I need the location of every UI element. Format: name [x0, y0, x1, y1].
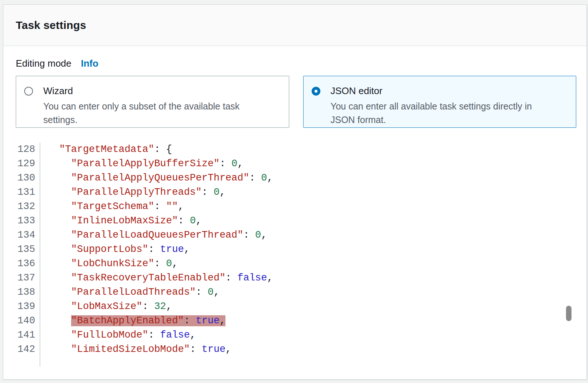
code-line[interactable]: 140 "BatchApplyEnabled": true, [3, 314, 587, 328]
line-content: "ParallelApplyQueuesPerThread": 0, [40, 171, 273, 185]
tile-wizard[interactable]: Wizard You can enter only a subset of th… [16, 76, 289, 128]
json-editor-label: JSON editor [331, 85, 383, 97]
editing-mode-label: Editing mode [16, 58, 71, 69]
line-content: "LobMaxSize": 32, [40, 300, 172, 314]
wizard-description: You can enter only a subset of the avail… [43, 100, 271, 127]
code-line[interactable]: 137 "TaskRecoveryTableEnabled": false, [3, 271, 587, 285]
line-number: 133 [3, 214, 40, 228]
line-content: "ParallelLoadThreads": 0, [40, 285, 220, 300]
json-editor-description: You can enter all available task setting… [331, 100, 558, 127]
task-settings-panel: Task settings Editing mode Info Wizard Y… [3, 4, 587, 380]
code-line[interactable]: 134 "ParallelLoadQueuesPerThread": 0, [3, 228, 587, 242]
line-content: "InlineLobMaxSize": 0, [40, 214, 202, 228]
json-code-editor[interactable]: 128 "TargetMetadata": {129 "ParallelAppl… [3, 142, 587, 367]
line-number: 129 [3, 157, 40, 171]
line-number: 134 [3, 228, 40, 242]
code-line[interactable]: 135 "SupportLobs": true, [3, 242, 587, 257]
panel-content: Editing mode Info Wizard You can enter o… [3, 58, 587, 367]
line-content: "ParallelApplyThreads": 0, [40, 185, 225, 200]
line-content: "LimitedSizeLobMode": true, [40, 342, 231, 357]
page-title: Task settings [16, 19, 86, 31]
line-number: 136 [3, 257, 40, 271]
code-line[interactable]: 129 "ParallelApplyBufferSize": 0, [3, 157, 587, 171]
code-line[interactable]: 132 "TargetSchema": "", [3, 200, 587, 214]
code-line[interactable]: 130 "ParallelApplyQueuesPerThread": 0, [3, 171, 587, 185]
code-line[interactable]: 142 "LimitedSizeLobMode": true, [3, 342, 587, 357]
wizard-radio-icon[interactable] [24, 87, 33, 96]
line-number: 141 [3, 328, 40, 342]
code-line[interactable]: 128 "TargetMetadata": { [3, 142, 587, 157]
line-number: 135 [3, 242, 40, 257]
line-number: 131 [3, 185, 40, 200]
editing-mode-row: Editing mode Info [16, 58, 587, 69]
code-line[interactable]: 138 "ParallelLoadThreads": 0, [3, 285, 587, 300]
code-line[interactable]: 141 "FullLobMode": false, [3, 328, 587, 342]
code-line[interactable]: 131 "ParallelApplyThreads": 0, [3, 185, 587, 200]
wizard-label: Wizard [43, 85, 73, 97]
gutter-tail [3, 357, 587, 367]
line-content: "BatchApplyEnabled": true, [40, 314, 225, 328]
line-number: 139 [3, 300, 40, 314]
line-content: "SupportLobs": true, [40, 242, 190, 257]
line-number: 132 [3, 200, 40, 214]
json-editor-radio-icon[interactable] [312, 87, 320, 96]
code-line[interactable]: 133 "InlineLobMaxSize": 0, [3, 214, 587, 228]
line-number: 128 [3, 142, 40, 157]
vertical-scrollbar-thumb[interactable] [566, 306, 572, 321]
line-content: "ParallelLoadQueuesPerThread": 0, [40, 228, 267, 242]
line-content: "ParallelApplyBufferSize": 0, [40, 157, 243, 171]
line-content: "TaskRecoveryTableEnabled": false, [40, 271, 273, 285]
line-content: "LobChunkSize": 0, [40, 257, 178, 271]
line-number: 137 [3, 271, 40, 285]
line-content: "TargetMetadata": { [40, 142, 172, 157]
code-line[interactable]: 136 "LobChunkSize": 0, [3, 257, 587, 271]
info-link[interactable]: Info [81, 58, 99, 69]
code-line[interactable]: 139 "LobMaxSize": 32, [3, 300, 587, 314]
line-number: 140 [3, 314, 40, 328]
line-number: 142 [3, 342, 40, 357]
tile-json-editor[interactable]: JSON editor You can enter all available … [303, 76, 577, 128]
editing-mode-tiles: Wizard You can enter only a subset of th… [16, 76, 576, 128]
line-content: "FullLobMode": false, [40, 328, 196, 342]
panel-header: Task settings [3, 5, 587, 46]
line-number: 130 [3, 171, 40, 185]
line-content: "TargetSchema": "", [40, 200, 184, 214]
line-number: 138 [3, 285, 40, 300]
